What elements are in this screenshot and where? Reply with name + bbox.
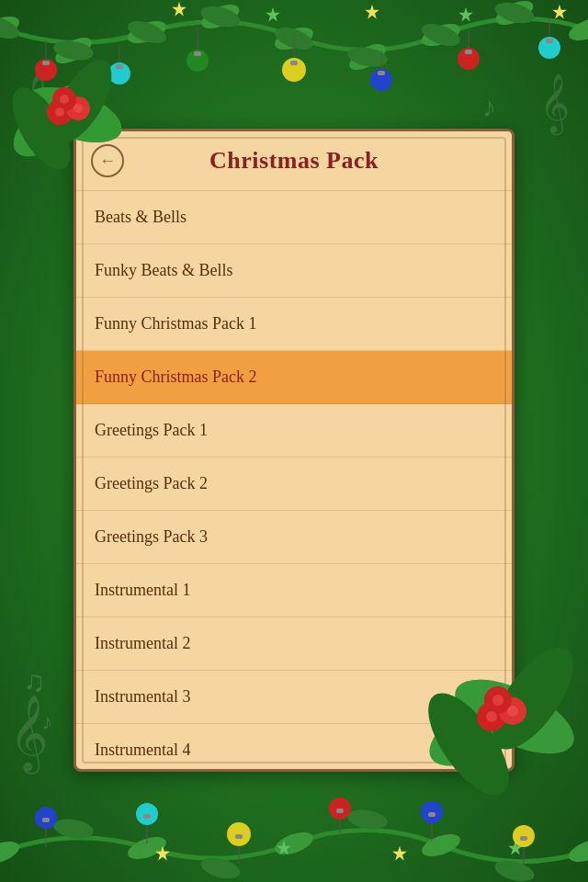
list-item[interactable]: Funny Christmas Pack 1 (76, 298, 512, 351)
list-item[interactable]: Instrumental 4 (76, 724, 512, 766)
list-item[interactable]: Greetings Pack 1 (76, 404, 512, 458)
item-list: Beats & BellsFunky Beats & BellsFunny Ch… (76, 191, 512, 766)
list-item[interactable]: Beats & Bells (76, 191, 512, 244)
page-title: Christmas Pack (124, 147, 497, 175)
main-card: ← Christmas Pack Beats & BellsFunky Beat… (74, 129, 514, 772)
list-item[interactable]: Funny Christmas Pack 2 (76, 351, 512, 404)
list-item[interactable]: Instrumental 3 (76, 671, 512, 724)
list-item[interactable]: Funky Beats & Bells (76, 244, 512, 298)
list-item[interactable]: Instrumental 2 (76, 617, 512, 671)
list-item[interactable]: Instrumental 1 (76, 564, 512, 617)
back-button[interactable]: ← (91, 144, 124, 177)
card-header: ← Christmas Pack (76, 131, 512, 191)
back-icon: ← (99, 152, 116, 171)
list-item[interactable]: Greetings Pack 3 (76, 511, 512, 564)
list-item[interactable]: Greetings Pack 2 (76, 458, 512, 511)
